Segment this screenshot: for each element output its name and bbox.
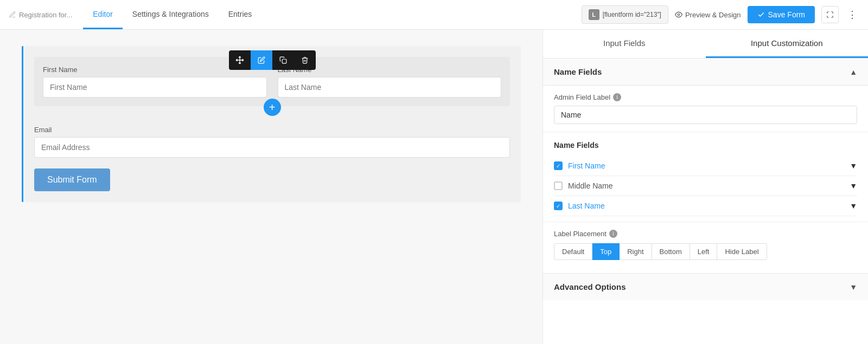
l-icon: L [589, 9, 599, 20]
shortcode-box[interactable]: L [fluentform id="213"] [582, 5, 668, 24]
middle-name-dropdown-icon: ▼ [850, 181, 857, 190]
placement-default-button[interactable]: Default [554, 243, 592, 260]
form-title: Registration for... [9, 11, 72, 19]
last-name-dropdown-icon: ▼ [850, 202, 857, 210]
app-header: Registration for... Editor Settings & In… [0, 0, 868, 30]
admin-field-label-input[interactable] [554, 106, 857, 124]
tab-input-customization[interactable]: Input Customization [706, 30, 869, 58]
info-icon: i [613, 93, 621, 101]
right-panel: Input Fields Input Customization Name Fi… [542, 30, 868, 344]
name-fields-title: Name Fields [554, 67, 602, 76]
fullscreen-icon [826, 11, 834, 18]
admin-field-label-text: Admin Field Label i [554, 93, 857, 101]
move-icon [235, 56, 244, 64]
middle-name-checkbox[interactable] [554, 181, 563, 190]
tab-input-fields[interactable]: Input Fields [543, 30, 706, 58]
last-name-input[interactable] [278, 77, 502, 98]
panel-tabs: Input Fields Input Customization [543, 30, 868, 59]
placement-info-icon: i [609, 230, 617, 238]
last-name-field-group: Last Name [278, 66, 502, 98]
tab-settings-integrations[interactable]: Settings & Integrations [123, 0, 219, 29]
edit-pencil-icon [9, 11, 16, 18]
placement-right-button[interactable]: Right [620, 243, 652, 260]
panel-content: Name Fields ▲ Admin Field Label i Name F… [543, 59, 868, 300]
trash-icon [301, 56, 309, 64]
svg-rect-1 [282, 59, 286, 63]
email-section: Email [34, 126, 510, 158]
advanced-options-title: Advanced Options [554, 282, 626, 291]
name-fields-sub-title: Name Fields [554, 141, 857, 150]
save-form-button[interactable]: Save Form [748, 6, 815, 23]
label-placement-section: Label Placement i Default Top Right Bott… [543, 222, 868, 268]
placement-top-button[interactable]: Top [592, 243, 620, 260]
advanced-chevron-icon: ▼ [850, 283, 857, 291]
email-label: Email [34, 126, 510, 134]
form-editor: First Name Last Name + Email [0, 30, 542, 344]
placement-hide-label-button[interactable]: Hide Label [717, 243, 767, 260]
delete-field-button[interactable] [294, 50, 316, 70]
first-name-field-group: First Name [43, 66, 267, 98]
svg-point-0 [678, 14, 680, 16]
placement-bottom-button[interactable]: Bottom [652, 243, 690, 260]
preview-design-button[interactable]: Preview & Design [675, 11, 741, 19]
tab-editor[interactable]: Editor [83, 0, 123, 29]
placement-left-button[interactable]: Left [690, 243, 718, 260]
middle-name-field-label: Middle Name [568, 181, 844, 190]
label-placement-title: Label Placement i [554, 230, 857, 238]
edit-icon [258, 56, 265, 64]
fullscreen-button[interactable] [821, 6, 839, 23]
move-field-button[interactable] [229, 50, 251, 70]
field-toolbar [229, 50, 316, 70]
placement-buttons: Default Top Right Bottom Left [554, 243, 857, 260]
last-name-field-label: Last Name [568, 202, 844, 210]
nav-tabs: Editor Settings & Integrations Entries [83, 0, 261, 29]
edit-field-button[interactable] [251, 50, 272, 70]
check-icon [757, 11, 765, 18]
last-name-checkbox[interactable]: ✓ [554, 202, 563, 210]
collapse-chevron-icon: ▲ [850, 68, 857, 76]
more-options-button[interactable]: ⋮ [845, 9, 859, 21]
copy-field-button[interactable] [272, 50, 294, 70]
first-name-checkbox[interactable]: ✓ [554, 161, 563, 170]
last-name-field-item[interactable]: ✓ Last Name ▼ [554, 196, 857, 216]
name-fields-section-header[interactable]: Name Fields ▲ [543, 59, 868, 86]
submit-form-button[interactable]: Submit Form [34, 168, 110, 191]
name-fields-sub-section: Name Fields ✓ First Name ▼ Middle Name ▼ [543, 132, 868, 222]
first-name-field-label: First Name [568, 161, 844, 170]
add-field-button[interactable]: + [264, 99, 281, 116]
email-input[interactable] [34, 137, 510, 158]
eye-icon [675, 11, 682, 18]
name-fields-container: First Name Last Name + [34, 57, 510, 106]
middle-name-field-item[interactable]: Middle Name ▼ [554, 176, 857, 196]
tab-entries[interactable]: Entries [219, 0, 262, 29]
first-name-input[interactable] [43, 77, 267, 98]
main-layout: First Name Last Name + Email [0, 30, 868, 344]
first-name-field-item[interactable]: ✓ First Name ▼ [554, 156, 857, 176]
copy-icon [279, 56, 287, 64]
advanced-options-section[interactable]: Advanced Options ▼ [543, 273, 868, 300]
first-name-dropdown-icon: ▼ [850, 161, 857, 170]
form-area: First Name Last Name + Email [22, 46, 521, 202]
admin-field-label-row: Admin Field Label i [543, 86, 868, 132]
header-actions: L [fluentform id="213"] Preview & Design… [582, 5, 859, 24]
